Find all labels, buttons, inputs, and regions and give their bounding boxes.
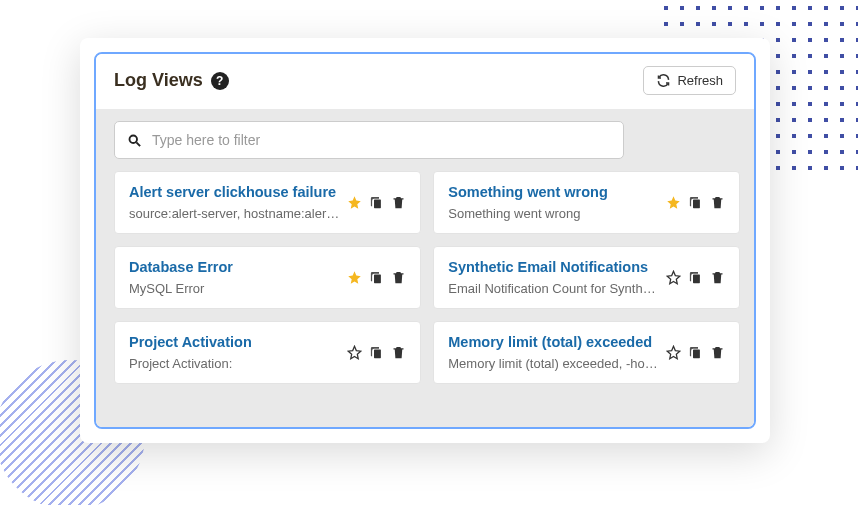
card-grid: Alert server clickhouse failuresource:al…: [114, 171, 736, 384]
card-desc: Something went wrong: [448, 206, 658, 221]
search-icon: [127, 133, 142, 148]
svg-rect-6: [374, 349, 381, 358]
main-card: Log Views ? Refresh: [80, 38, 770, 443]
star-outline-icon[interactable]: [347, 345, 362, 360]
copy-icon[interactable]: [688, 195, 703, 210]
help-icon[interactable]: ?: [211, 72, 229, 90]
card-text: Alert server clickhouse failuresource:al…: [129, 184, 339, 221]
page-title: Log Views: [114, 70, 203, 91]
filter-input[interactable]: [152, 132, 611, 148]
star-outline-icon[interactable]: [666, 270, 681, 285]
card-actions: [347, 259, 406, 296]
log-view-card[interactable]: Synthetic Email NotificationsEmail Notif…: [433, 246, 740, 309]
svg-rect-2: [374, 199, 381, 208]
filter-box[interactable]: [114, 121, 624, 159]
trash-icon[interactable]: [710, 195, 725, 210]
card-title[interactable]: Database Error: [129, 259, 339, 275]
refresh-icon: [656, 73, 671, 88]
card-actions: [347, 184, 406, 221]
card-actions: [666, 184, 725, 221]
star-filled-icon[interactable]: [666, 195, 681, 210]
trash-icon[interactable]: [391, 195, 406, 210]
log-view-card[interactable]: Something went wrongSomething went wrong: [433, 171, 740, 234]
trash-icon[interactable]: [391, 345, 406, 360]
card-title[interactable]: Alert server clickhouse failure: [129, 184, 339, 200]
trash-icon[interactable]: [710, 270, 725, 285]
svg-rect-3: [693, 199, 700, 208]
svg-line-1: [136, 142, 140, 146]
trash-icon[interactable]: [391, 270, 406, 285]
card-text: Database ErrorMySQL Error: [129, 259, 339, 296]
card-title[interactable]: Synthetic Email Notifications: [448, 259, 658, 275]
card-desc: Project Activation:: [129, 356, 339, 371]
card-title[interactable]: Project Activation: [129, 334, 339, 350]
card-title[interactable]: Memory limit (total) exceeded: [448, 334, 658, 350]
svg-rect-4: [374, 274, 381, 283]
inner-panel: Log Views ? Refresh: [94, 52, 756, 429]
card-desc: Memory limit (total) exceeded, -ho…: [448, 356, 658, 371]
card-desc: source:alert-server, hostname:aler…: [129, 206, 339, 221]
refresh-label: Refresh: [677, 73, 723, 88]
card-text: Something went wrongSomething went wrong: [448, 184, 658, 221]
copy-icon[interactable]: [369, 345, 384, 360]
card-text: Memory limit (total) exceededMemory limi…: [448, 334, 658, 371]
content-area: Alert server clickhouse failuresource:al…: [96, 109, 754, 427]
copy-icon[interactable]: [369, 195, 384, 210]
star-filled-icon[interactable]: [347, 270, 362, 285]
svg-point-0: [130, 135, 138, 143]
card-desc: Email Notification Count for Synth…: [448, 281, 658, 296]
svg-rect-7: [693, 349, 700, 358]
card-actions: [666, 334, 725, 371]
title-wrap: Log Views ?: [114, 70, 229, 91]
card-text: Synthetic Email NotificationsEmail Notif…: [448, 259, 658, 296]
card-actions: [666, 259, 725, 296]
card-text: Project ActivationProject Activation:: [129, 334, 339, 371]
log-view-card[interactable]: Project ActivationProject Activation:: [114, 321, 421, 384]
card-title[interactable]: Something went wrong: [448, 184, 658, 200]
trash-icon[interactable]: [710, 345, 725, 360]
star-filled-icon[interactable]: [347, 195, 362, 210]
log-view-card[interactable]: Database ErrorMySQL Error: [114, 246, 421, 309]
star-outline-icon[interactable]: [666, 345, 681, 360]
log-view-card[interactable]: Alert server clickhouse failuresource:al…: [114, 171, 421, 234]
refresh-button[interactable]: Refresh: [643, 66, 736, 95]
copy-icon[interactable]: [688, 345, 703, 360]
card-desc: MySQL Error: [129, 281, 339, 296]
copy-icon[interactable]: [688, 270, 703, 285]
card-actions: [347, 334, 406, 371]
header: Log Views ? Refresh: [96, 54, 754, 109]
log-view-card[interactable]: Memory limit (total) exceededMemory limi…: [433, 321, 740, 384]
svg-rect-5: [693, 274, 700, 283]
copy-icon[interactable]: [369, 270, 384, 285]
